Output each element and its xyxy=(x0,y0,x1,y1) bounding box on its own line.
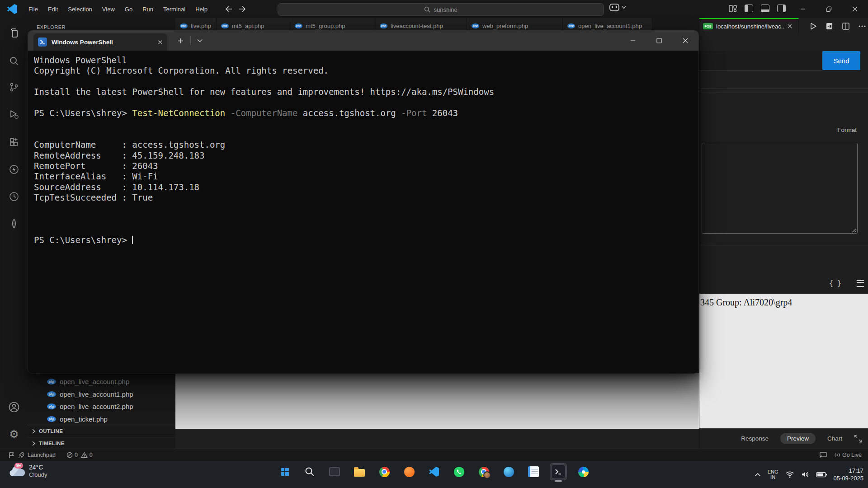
menu-help[interactable]: Help xyxy=(190,0,212,18)
new-tab-icon[interactable] xyxy=(174,34,187,47)
battery-icon[interactable] xyxy=(816,472,827,478)
run-debug-icon[interactable] xyxy=(8,108,20,120)
menu-view[interactable]: View xyxy=(97,0,120,18)
taskbar-file-explorer-button[interactable] xyxy=(351,463,368,480)
vscode-icon xyxy=(429,467,439,477)
window-close-button[interactable] xyxy=(844,0,865,18)
rest-request-tab[interactable]: POS localhost/sunshine/liveac.. xyxy=(699,18,799,33)
tab-dropdown-icon[interactable] xyxy=(193,34,206,47)
taskbar-chrome-button[interactable] xyxy=(376,463,393,480)
file-label: open_live_account2.php xyxy=(60,403,133,410)
format-label[interactable]: Format xyxy=(837,127,857,133)
menu-terminal[interactable]: Terminal xyxy=(158,0,190,18)
tray-clock[interactable]: 17:17 05-09-2025 xyxy=(834,467,864,482)
divider xyxy=(190,36,191,45)
taskbar-search-button[interactable] xyxy=(301,463,318,480)
resize-handle[interactable] xyxy=(851,227,856,232)
copilot-menu[interactable] xyxy=(609,4,626,11)
response-tabbar: Response Preview Chart xyxy=(699,428,868,449)
timeline-section[interactable]: TIMELINE xyxy=(27,437,175,449)
problems-errors[interactable]: 0 xyxy=(66,452,78,458)
search-sidebar-icon[interactable] xyxy=(8,55,20,67)
file-row[interactable]: php open_ticket.php xyxy=(27,413,175,425)
response-tab[interactable]: Response xyxy=(741,435,769,442)
more-actions-icon[interactable] xyxy=(859,25,866,27)
menu-lines-icon[interactable] xyxy=(857,280,864,287)
terminal-minimize-button[interactable] xyxy=(623,31,643,51)
taskbar-terminal-button[interactable] xyxy=(550,463,567,480)
open-in-editor-icon[interactable] xyxy=(826,23,833,30)
extensions-icon[interactable] xyxy=(8,136,20,148)
mongodb-icon[interactable] xyxy=(8,218,20,230)
go-live-button[interactable]: Go Live xyxy=(834,452,862,458)
run-icon[interactable] xyxy=(810,23,817,30)
source-control-icon[interactable] xyxy=(8,81,20,93)
volume-icon[interactable] xyxy=(801,471,809,478)
file-row[interactable]: php open_live_account.php xyxy=(27,375,175,388)
braces-json-icon[interactable]: { } xyxy=(829,279,841,287)
back-arrow-icon[interactable] xyxy=(225,6,232,12)
terminal-maximize-button[interactable] xyxy=(649,31,670,51)
tray-time: 17:17 xyxy=(834,467,864,474)
forward-arrow-icon[interactable] xyxy=(239,6,246,12)
thunder-client-icon[interactable] xyxy=(8,164,20,175)
tab-label: open_live_account1.php xyxy=(578,23,642,29)
search-command-center[interactable]: sunshine xyxy=(278,3,604,16)
toggle-primary-sidebar-icon[interactable] xyxy=(745,5,753,12)
tray-chevron-up-icon[interactable] xyxy=(755,473,761,477)
cast-screen-icon[interactable] xyxy=(820,452,827,458)
taskbar-whatsapp-button[interactable] xyxy=(450,463,467,480)
wifi-icon[interactable] xyxy=(785,471,794,478)
launchpad-label[interactable]: Launchpad xyxy=(28,452,56,458)
copilot-icon xyxy=(609,4,619,11)
close-icon[interactable] xyxy=(788,24,792,28)
terminal-line: RemotePort : 26043 xyxy=(34,161,698,171)
menu-file[interactable]: File xyxy=(24,0,43,18)
taskbar-blue-app-button[interactable] xyxy=(500,463,517,480)
terminal-output[interactable]: Windows PowerShellCopyright (C) Microsof… xyxy=(28,51,698,373)
terminal-line xyxy=(34,98,698,108)
problems-warnings[interactable]: 0 xyxy=(81,452,93,458)
request-body-textarea[interactable] xyxy=(702,143,858,234)
explorer-icon[interactable] xyxy=(8,27,20,39)
menu-selection[interactable]: Selection xyxy=(63,0,97,18)
menu-go[interactable]: Go xyxy=(120,0,137,18)
taskbar-notepad-button[interactable] xyxy=(525,463,542,480)
terminal-close-button[interactable] xyxy=(675,31,696,51)
language-indicator[interactable]: ENG IN xyxy=(768,469,778,480)
taskbar-vscode-button[interactable] xyxy=(425,463,443,480)
activity-bar: ⚙ xyxy=(0,18,28,449)
rest-client-panel: POS localhost/sunshine/liveac.. Send For… xyxy=(699,18,868,449)
preview-tab[interactable]: Preview xyxy=(780,433,816,444)
file-row[interactable]: php open_live_account1.php xyxy=(27,388,175,400)
window-restore-button[interactable] xyxy=(818,0,839,18)
customize-layout-icon[interactable] xyxy=(729,5,737,12)
chevron-down-icon xyxy=(622,6,626,9)
toggle-panel-icon[interactable] xyxy=(761,5,769,12)
blue-app-icon xyxy=(504,467,514,477)
settings-gear-icon[interactable]: ⚙ xyxy=(8,428,20,440)
taskbar-xampp-button[interactable] xyxy=(401,463,418,480)
taskbar-task-view-button[interactable] xyxy=(326,463,343,480)
taskbar-chrome-profile-button[interactable] xyxy=(475,463,492,480)
url-input[interactable] xyxy=(699,51,822,70)
tab-close-icon[interactable] xyxy=(158,40,163,45)
window-minimize-button[interactable] xyxy=(793,0,813,18)
vscode-logo-icon xyxy=(7,4,17,14)
history-clock-icon[interactable] xyxy=(8,191,20,202)
taskbar-start-button[interactable] xyxy=(276,463,293,480)
chart-tab[interactable]: Chart xyxy=(827,435,842,442)
menu-run[interactable]: Run xyxy=(137,0,158,18)
send-button[interactable]: Send xyxy=(822,51,860,70)
php-icon: php xyxy=(47,391,56,397)
toggle-secondary-sidebar-icon[interactable] xyxy=(777,5,786,12)
file-row[interactable]: php open_live_account2.php xyxy=(27,400,175,413)
expand-diagonal-icon[interactable] xyxy=(854,435,862,443)
outline-section[interactable]: OUTLINE xyxy=(27,425,175,437)
taskbar-colorful-app-button[interactable] xyxy=(575,463,592,480)
account-icon[interactable] xyxy=(8,401,20,413)
terminal-tab[interactable]: Windows PowerShell xyxy=(33,33,167,51)
menu-edit[interactable]: Edit xyxy=(43,0,63,18)
split-editor-icon[interactable] xyxy=(842,23,849,30)
terminal-titlebar[interactable]: Windows PowerShell xyxy=(28,31,698,51)
